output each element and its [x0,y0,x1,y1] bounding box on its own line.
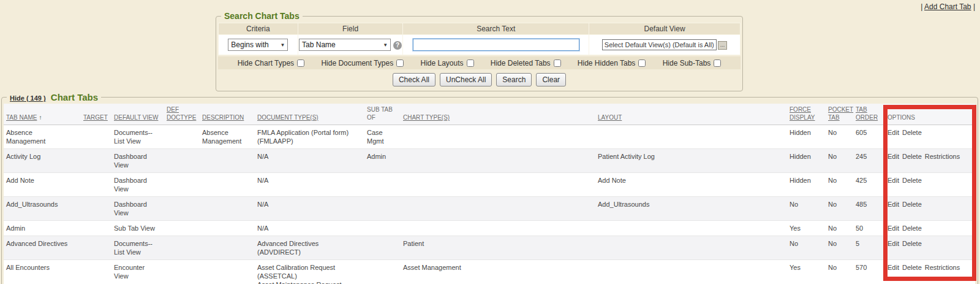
sub-tab-of-cell: Admin [364,149,401,173]
col-header-label[interactable]: DESCRIPTION [202,114,244,121]
hide-deleted-tabs-checkbox-item[interactable]: Hide Deleted Tabs [491,59,561,67]
chart-types-cell: Asset Management [401,260,595,284]
sub-tab-of-cell [364,197,401,221]
edit-link[interactable]: Edit [888,264,899,271]
criteria-select-value: Begins with [231,40,268,49]
hide-count-link[interactable]: Hide ( 149 ) [10,94,46,102]
col-header-label[interactable]: DEF DOCTYPE [167,106,196,121]
delete-link[interactable]: Delete [902,177,922,184]
col-header-layout[interactable]: LAYOUT [595,104,787,125]
delete-link[interactable]: Delete [902,264,922,271]
add-chart-tab-link[interactable]: Add Chart Tab [924,2,971,11]
document-types-cell: N/A [255,149,364,173]
col-header-tab-order[interactable]: TAB ORDER [853,104,885,125]
delete-link[interactable]: Delete [902,153,922,160]
default-view-cell: Documents-- List View [111,236,164,260]
sort-ascending-icon: ↑ [39,113,42,121]
options-cell: EditDelete [885,221,975,236]
col-header-description[interactable]: DESCRIPTION [200,104,255,125]
col-header-pocket-tab[interactable]: POCKET TAB [826,104,853,125]
col-header-label[interactable]: FORCE DISPLAY [790,106,815,121]
target-cell [81,236,111,260]
search-chart-tabs-panel: Search Chart Tabs Criteria Field Search … [216,11,743,91]
col-header-tab-name[interactable]: TAB NAME↑ [4,104,81,125]
tab-name-cell: Add Note [4,173,81,197]
checkbox-label: Hide Layouts [420,59,463,67]
col-header-options: OPTIONS [885,104,975,125]
hide-document-types-checkbox[interactable] [396,59,404,67]
hide-sub-tabs-checkbox[interactable] [714,59,721,67]
col-header-chart-types[interactable]: CHART TYPE(S) [401,104,595,125]
hide-hidden-tabs-checkbox-item[interactable]: Hide Hidden Tabs [578,59,646,67]
hide-deleted-tabs-checkbox[interactable] [554,59,561,67]
edit-link[interactable]: Edit [888,177,899,184]
col-header-force-display[interactable]: FORCE DISPLAY [787,104,826,125]
edit-link[interactable]: Edit [888,201,899,208]
col-header-label[interactable]: LAYOUT [598,114,622,121]
chart-tabs-table: TAB NAME↑TARGETDEFAULT VIEWDEF DOCTYPEDE… [4,104,975,284]
topbar: | Add Chart Tab | [921,2,975,11]
field-select[interactable]: Tab Name ▼ [299,39,391,51]
hide-layouts-checkbox[interactable] [467,59,474,67]
col-header-default-view[interactable]: DEFAULT VIEW [111,104,164,125]
hide-layouts-checkbox-item[interactable]: Hide Layouts [420,59,473,67]
pocket-tab-cell: No [826,173,853,197]
col-header-label[interactable]: DOCUMENT TYPE(S) [257,114,318,121]
clear-button[interactable]: Clear [536,73,566,86]
delete-link[interactable]: Delete [902,201,922,208]
layout-cell [595,125,787,149]
criteria-select[interactable]: Begins with ▼ [228,39,288,51]
default-view-browse-button[interactable]: ... [718,41,728,50]
delete-link[interactable]: Delete [902,240,922,247]
restrictions-link[interactable]: Restrictions [925,264,960,271]
delete-link[interactable]: Delete [902,129,922,136]
edit-link[interactable]: Edit [888,129,899,136]
hide-hidden-tabs-checkbox[interactable] [638,59,646,67]
pipe-left: | [921,2,922,11]
help-icon[interactable]: ? [393,41,402,50]
hide-chart-types-checkbox-item[interactable]: Hide Chart Types [238,59,305,67]
def-doctype-cell [164,221,200,236]
table-row: Activity LogDashboard ViewN/AAdminPatien… [4,149,975,173]
field-cell: Tab Name ▼ ? [298,35,403,55]
force-display-cell: Hidden [787,173,826,197]
tab-order-cell: 605 [853,125,885,149]
col-header-label[interactable]: TAB NAME [6,114,37,121]
restrictions-link[interactable]: Restrictions [925,153,960,160]
search-button[interactable]: Search [496,73,532,86]
edit-link[interactable]: Edit [888,153,899,160]
default-view-cell: Dashboard View [111,149,164,173]
table-row: Absence ManagementDocuments-- List ViewA… [4,125,975,149]
tab-order-cell: 5 [853,236,885,260]
pocket-tab-cell: No [826,149,853,173]
col-header-label[interactable]: CHART TYPE(S) [403,114,450,121]
options-cell: EditDelete [885,173,975,197]
chart-types-cell [401,197,595,221]
checkbox-label: Hide Deleted Tabs [491,59,551,67]
hide-filters-row: Hide Chart TypesHide Document TypesHide … [218,56,741,69]
chart-types-cell: Patient [401,236,595,260]
edit-link[interactable]: Edit [888,240,899,247]
col-header-document-types[interactable]: DOCUMENT TYPE(S) [255,104,364,125]
default-view-column-header: Default View [589,23,741,35]
edit-link[interactable]: Edit [888,225,899,232]
search-text-input[interactable] [413,39,579,51]
col-header-label[interactable]: DEFAULT VIEW [114,114,158,121]
col-header-def-doctype[interactable]: DEF DOCTYPE [164,104,200,125]
layout-cell [595,236,787,260]
search-text-column-header: Search Text [403,23,589,35]
uncheck-all-button[interactable]: UnCheck All [440,73,492,86]
col-header-label[interactable]: TAB ORDER [856,106,878,121]
chevron-down-icon: ▼ [280,42,285,48]
delete-link[interactable]: Delete [902,225,922,232]
col-header-label[interactable]: POCKET TAB [828,106,853,121]
force-display-cell: No [787,197,826,221]
col-header-label[interactable]: TARGET [83,114,108,121]
hide-chart-types-checkbox[interactable] [297,59,304,67]
default-view-select[interactable]: Select Default View(s) (Default is All) [602,39,717,50]
hide-document-types-checkbox-item[interactable]: Hide Document Types [321,59,404,67]
hide-sub-tabs-checkbox-item[interactable]: Hide Sub-Tabs [663,59,722,67]
table-row: Add NoteDashboard ViewN/AAdd NoteHiddenN… [4,173,975,197]
check-all-button[interactable]: Check All [393,73,435,86]
col-header-target[interactable]: TARGET [81,104,111,125]
